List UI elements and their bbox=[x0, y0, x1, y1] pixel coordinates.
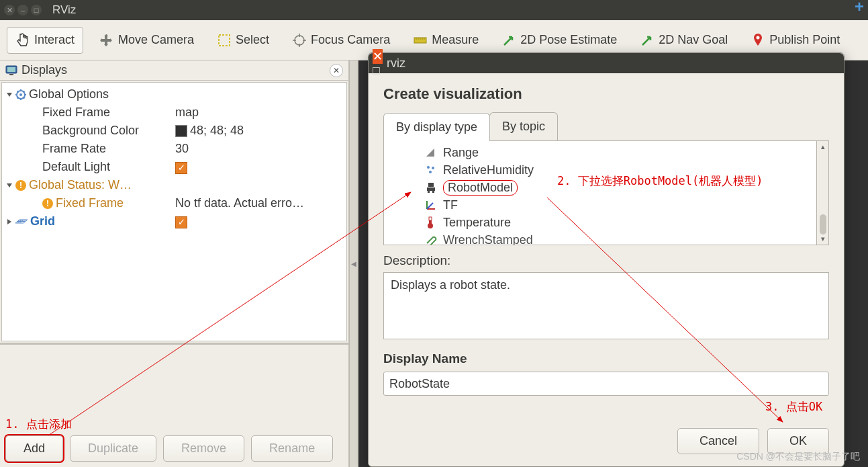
displays-panel-title: Displays bbox=[21, 63, 67, 77]
scroll-up-icon[interactable]: ▴ bbox=[821, 142, 825, 151]
bg-color-row[interactable]: Background Color 48; 48; 48 bbox=[2, 122, 346, 140]
monitor-icon bbox=[5, 65, 17, 76]
interact-tool[interactable]: Interact bbox=[7, 27, 83, 54]
description-text: Displays a robot state. bbox=[391, 278, 510, 292]
svg-rect-0 bbox=[219, 35, 230, 46]
publish-point-tool[interactable]: Publish Point bbox=[744, 29, 847, 52]
remove-button[interactable]: Remove bbox=[163, 435, 244, 462]
dialog-titlebar: ✕ □ rviz bbox=[369, 53, 844, 73]
svg-point-1 bbox=[295, 36, 304, 45]
frame-rate-label: Frame Rate bbox=[7, 142, 175, 156]
type-temperature[interactable]: Temperature bbox=[384, 214, 816, 231]
global-options-label: Global Options bbox=[29, 87, 109, 101]
type-list-scrollbar[interactable]: ▴ ▾ bbox=[817, 141, 829, 245]
grid-label: Grid bbox=[30, 214, 55, 228]
global-options-row[interactable]: Global Options bbox=[2, 85, 346, 103]
svg-rect-12 bbox=[428, 183, 434, 187]
measure-tool[interactable]: Measure bbox=[406, 29, 485, 52]
displays-panel-header: Displays ✕ bbox=[0, 60, 348, 81]
minimize-window-button[interactable]: – bbox=[17, 5, 28, 15]
thermometer-icon bbox=[424, 216, 438, 229]
checkbox-checked-icon[interactable]: ✓ bbox=[175, 162, 187, 174]
axes-icon bbox=[424, 198, 438, 212]
displays-tree[interactable]: Global Options Fixed Frame map Backgroun… bbox=[1, 82, 347, 341]
ok-button[interactable]: OK bbox=[767, 428, 829, 454]
dialog-tabs: By display type By topic bbox=[383, 112, 829, 141]
type-tf[interactable]: TF bbox=[384, 196, 816, 214]
warning-icon: ! bbox=[42, 198, 53, 209]
type-robot-model[interactable]: RobotModel bbox=[384, 179, 816, 196]
svg-point-11 bbox=[429, 171, 432, 173]
publish-point-label: Publish Point bbox=[769, 33, 840, 47]
nav-goal-label: 2D Nav Goal bbox=[659, 33, 728, 47]
bg-color-label: Background Color bbox=[7, 124, 175, 138]
global-status-row[interactable]: ! Global Status: W… bbox=[2, 176, 346, 194]
svg-rect-14 bbox=[428, 191, 430, 193]
displays-details-area bbox=[0, 343, 348, 430]
checkbox-checked-icon[interactable]: ✓ bbox=[175, 216, 187, 228]
cancel-button[interactable]: Cancel bbox=[677, 428, 759, 454]
panel-splitter[interactable]: ◀ bbox=[349, 60, 358, 467]
type-range[interactable]: Range bbox=[384, 144, 816, 161]
select-label: Select bbox=[236, 33, 269, 47]
status-fixed-frame-row[interactable]: ! Fixed Frame No tf data. Actual erro… bbox=[2, 194, 346, 212]
status-fixed-frame-value: No tf data. Actual erro… bbox=[175, 196, 346, 210]
svg-rect-6 bbox=[9, 74, 13, 75]
select-tool[interactable]: Select bbox=[210, 29, 276, 52]
fixed-frame-value[interactable]: map bbox=[175, 105, 346, 120]
display-name-input[interactable] bbox=[383, 372, 829, 396]
move-camera-tool[interactable]: Move Camera bbox=[93, 29, 201, 52]
tab-by-topic[interactable]: By topic bbox=[489, 112, 558, 140]
wrench-icon bbox=[424, 233, 438, 245]
svg-rect-15 bbox=[432, 191, 434, 193]
pin-icon bbox=[751, 33, 765, 48]
main-titlebar: ✕ – □ RViz bbox=[0, 0, 868, 20]
displays-panel: Displays ✕ Global Options Fixed Frame ma… bbox=[0, 60, 349, 467]
dialog-close-button[interactable]: ✕ bbox=[373, 49, 383, 64]
window-controls: ✕ – □ bbox=[4, 5, 42, 15]
focus-camera-tool[interactable]: Focus Camera bbox=[285, 29, 397, 52]
hand-cursor-icon bbox=[15, 33, 30, 48]
svg-point-8 bbox=[19, 93, 22, 96]
add-button[interactable]: Add bbox=[5, 435, 63, 462]
pose-estimate-tool[interactable]: 2D Pose Estimate bbox=[495, 29, 624, 52]
frame-rate-value[interactable]: 30 bbox=[175, 142, 346, 156]
svg-rect-13 bbox=[427, 187, 435, 191]
move-camera-label: Move Camera bbox=[118, 33, 194, 47]
robot-icon bbox=[424, 181, 438, 194]
tab-by-display-type[interactable]: By display type bbox=[383, 113, 490, 141]
type-relative-humidity[interactable]: RelativeHumidity bbox=[384, 161, 816, 179]
interact-label: Interact bbox=[34, 33, 75, 47]
measure-label: Measure bbox=[432, 33, 479, 47]
default-light-row[interactable]: Default Light ✓ bbox=[2, 158, 346, 176]
green-arrow-icon bbox=[640, 33, 655, 48]
maximize-window-button[interactable]: □ bbox=[31, 5, 42, 15]
svg-rect-5 bbox=[7, 67, 15, 72]
toolbar-overflow-icon[interactable]: + bbox=[855, 0, 864, 16]
rename-button[interactable]: Rename bbox=[251, 435, 333, 462]
fixed-frame-row[interactable]: Fixed Frame map bbox=[2, 103, 346, 122]
close-panel-button[interactable]: ✕ bbox=[330, 64, 343, 77]
status-fixed-frame-label: Fixed Frame bbox=[56, 196, 124, 210]
svg-point-3 bbox=[757, 36, 760, 39]
bg-color-value[interactable]: 48; 48; 48 bbox=[175, 124, 346, 138]
type-wrench-stamped[interactable]: WrenchStamped bbox=[384, 231, 816, 245]
close-window-button[interactable]: ✕ bbox=[4, 5, 15, 15]
chevron-left-icon: ◀ bbox=[351, 260, 356, 267]
svg-point-9 bbox=[427, 166, 430, 169]
scroll-down-icon[interactable]: ▾ bbox=[821, 235, 825, 243]
nav-goal-tool[interactable]: 2D Nav Goal bbox=[633, 29, 734, 52]
display-type-list[interactable]: Range RelativeHumidity RobotModel TF Tem… bbox=[383, 141, 817, 245]
crosshair-icon bbox=[292, 33, 307, 48]
fixed-frame-label: Fixed Frame bbox=[7, 105, 175, 120]
frame-rate-row[interactable]: Frame Rate 30 bbox=[2, 140, 346, 158]
grid-icon bbox=[15, 218, 28, 226]
description-box: Displays a robot state. bbox=[383, 272, 829, 339]
select-icon bbox=[217, 33, 232, 48]
dialog-heading: Create visualization bbox=[383, 85, 829, 103]
grid-row[interactable]: Grid ✓ bbox=[2, 212, 346, 230]
displays-panel-buttons: Add Duplicate Remove Rename bbox=[0, 430, 348, 467]
scroll-thumb[interactable] bbox=[820, 214, 826, 235]
ruler-icon bbox=[413, 33, 428, 48]
duplicate-button[interactable]: Duplicate bbox=[70, 435, 156, 462]
